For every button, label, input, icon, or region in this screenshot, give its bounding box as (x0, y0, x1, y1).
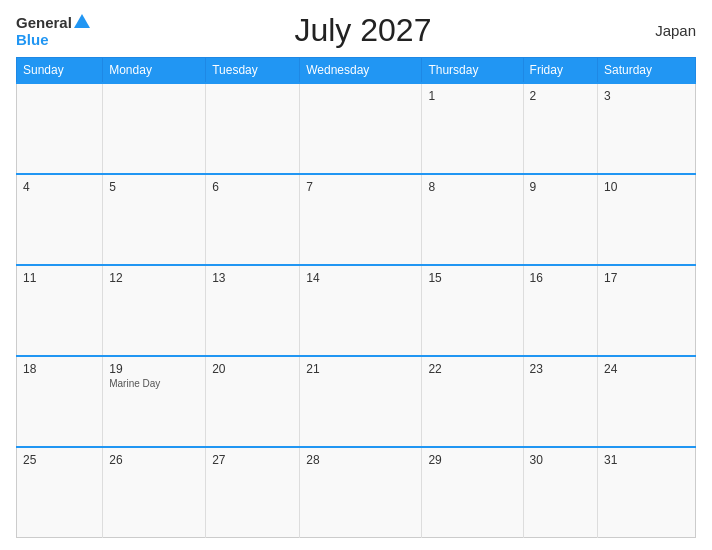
country-label: Japan (636, 22, 696, 39)
month-title: July 2027 (90, 12, 636, 49)
calendar-day-cell: 23 (523, 356, 597, 447)
calendar-day-cell: 5 (103, 174, 206, 265)
calendar-day-cell: 24 (598, 356, 696, 447)
calendar-day-cell: 16 (523, 265, 597, 356)
day-number: 4 (23, 180, 96, 194)
day-number: 5 (109, 180, 199, 194)
logo: General Blue (16, 14, 90, 48)
day-number: 26 (109, 453, 199, 467)
day-number: 18 (23, 362, 96, 376)
calendar-day-cell: 27 (206, 447, 300, 538)
day-number: 29 (428, 453, 516, 467)
calendar-day-cell (103, 83, 206, 174)
day-number: 25 (23, 453, 96, 467)
calendar-day-cell: 7 (300, 174, 422, 265)
day-of-week-header: Tuesday (206, 58, 300, 84)
day-of-week-header: Saturday (598, 58, 696, 84)
day-number: 11 (23, 271, 96, 285)
day-number: 23 (530, 362, 591, 376)
calendar-day-cell: 17 (598, 265, 696, 356)
day-number: 10 (604, 180, 689, 194)
calendar-day-cell: 4 (17, 174, 103, 265)
day-number: 3 (604, 89, 689, 103)
calendar-day-cell: 1 (422, 83, 523, 174)
calendar-day-cell: 29 (422, 447, 523, 538)
day-number: 20 (212, 362, 293, 376)
day-number: 30 (530, 453, 591, 467)
calendar-body: 12345678910111213141516171819Marine Day2… (17, 83, 696, 538)
day-number: 15 (428, 271, 516, 285)
day-of-week-header: Sunday (17, 58, 103, 84)
day-number: 16 (530, 271, 591, 285)
calendar-week-row: 11121314151617 (17, 265, 696, 356)
calendar-header-row: SundayMondayTuesdayWednesdayThursdayFrid… (17, 58, 696, 84)
day-number: 2 (530, 89, 591, 103)
day-number: 28 (306, 453, 415, 467)
calendar-day-cell: 22 (422, 356, 523, 447)
calendar-week-row: 25262728293031 (17, 447, 696, 538)
day-number: 22 (428, 362, 516, 376)
calendar-day-cell: 13 (206, 265, 300, 356)
calendar-day-cell: 12 (103, 265, 206, 356)
calendar-day-cell: 26 (103, 447, 206, 538)
calendar-header: General Blue July 2027 Japan (16, 12, 696, 49)
day-of-week-header: Monday (103, 58, 206, 84)
calendar-day-cell: 11 (17, 265, 103, 356)
calendar-day-cell: 30 (523, 447, 597, 538)
calendar-day-cell (300, 83, 422, 174)
day-number: 21 (306, 362, 415, 376)
calendar-week-row: 123 (17, 83, 696, 174)
calendar-day-cell: 8 (422, 174, 523, 265)
calendar-week-row: 1819Marine Day2021222324 (17, 356, 696, 447)
day-number: 1 (428, 89, 516, 103)
calendar-table: SundayMondayTuesdayWednesdayThursdayFrid… (16, 57, 696, 538)
day-of-week-header: Thursday (422, 58, 523, 84)
day-number: 27 (212, 453, 293, 467)
logo-general-text: General (16, 14, 72, 31)
holiday-label: Marine Day (109, 378, 199, 389)
calendar-day-cell: 6 (206, 174, 300, 265)
calendar-day-cell (17, 83, 103, 174)
day-number: 17 (604, 271, 689, 285)
calendar-day-cell: 14 (300, 265, 422, 356)
calendar-day-cell: 20 (206, 356, 300, 447)
day-number: 9 (530, 180, 591, 194)
calendar-day-cell: 28 (300, 447, 422, 538)
calendar-day-cell: 25 (17, 447, 103, 538)
day-number: 13 (212, 271, 293, 285)
calendar-day-cell: 9 (523, 174, 597, 265)
calendar-day-cell: 21 (300, 356, 422, 447)
day-number: 31 (604, 453, 689, 467)
day-number: 7 (306, 180, 415, 194)
day-of-week-header: Friday (523, 58, 597, 84)
calendar-day-cell: 15 (422, 265, 523, 356)
day-number: 19 (109, 362, 199, 376)
calendar-day-cell: 10 (598, 174, 696, 265)
day-number: 12 (109, 271, 199, 285)
calendar-week-row: 45678910 (17, 174, 696, 265)
day-of-week-header: Wednesday (300, 58, 422, 84)
calendar-day-cell: 18 (17, 356, 103, 447)
day-number: 8 (428, 180, 516, 194)
calendar-day-cell: 3 (598, 83, 696, 174)
day-number: 6 (212, 180, 293, 194)
logo-blue-text: Blue (16, 31, 49, 48)
day-number: 14 (306, 271, 415, 285)
day-number: 24 (604, 362, 689, 376)
calendar-day-cell (206, 83, 300, 174)
calendar-day-cell: 19Marine Day (103, 356, 206, 447)
calendar-day-cell: 2 (523, 83, 597, 174)
calendar-day-cell: 31 (598, 447, 696, 538)
logo-triangle-icon (74, 14, 90, 28)
